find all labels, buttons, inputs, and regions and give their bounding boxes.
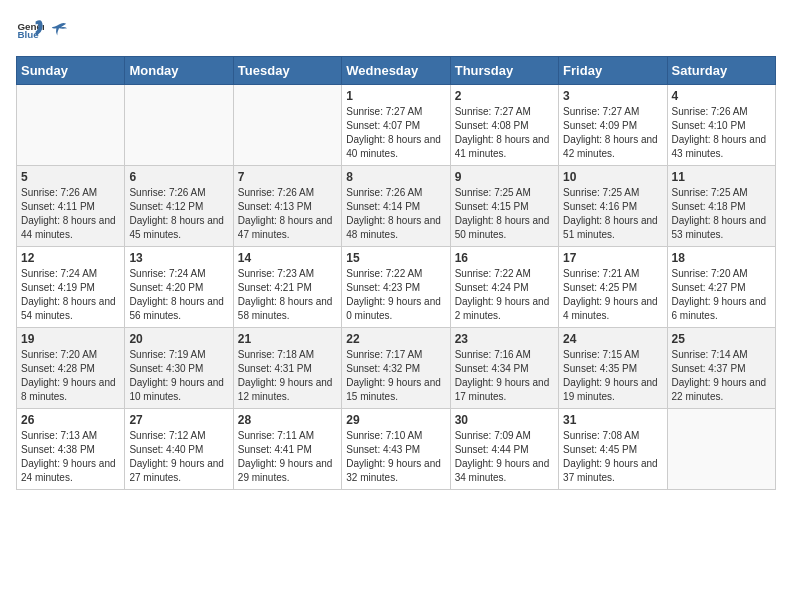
calendar-cell: 22Sunrise: 7:17 AM Sunset: 4:32 PM Dayli… (342, 328, 450, 409)
day-info: Sunrise: 7:27 AM Sunset: 4:09 PM Dayligh… (563, 105, 662, 161)
calendar-cell (233, 85, 341, 166)
day-number: 1 (346, 89, 445, 103)
calendar-cell: 27Sunrise: 7:12 AM Sunset: 4:40 PM Dayli… (125, 409, 233, 490)
day-number: 20 (129, 332, 228, 346)
calendar-cell: 17Sunrise: 7:21 AM Sunset: 4:25 PM Dayli… (559, 247, 667, 328)
day-number: 4 (672, 89, 771, 103)
day-number: 14 (238, 251, 337, 265)
day-info: Sunrise: 7:11 AM Sunset: 4:41 PM Dayligh… (238, 429, 337, 485)
day-number: 27 (129, 413, 228, 427)
calendar-cell: 30Sunrise: 7:09 AM Sunset: 4:44 PM Dayli… (450, 409, 558, 490)
calendar-table: SundayMondayTuesdayWednesdayThursdayFrid… (16, 56, 776, 490)
calendar-cell: 12Sunrise: 7:24 AM Sunset: 4:19 PM Dayli… (17, 247, 125, 328)
svg-text:Blue: Blue (17, 29, 39, 40)
calendar-cell: 10Sunrise: 7:25 AM Sunset: 4:16 PM Dayli… (559, 166, 667, 247)
day-info: Sunrise: 7:20 AM Sunset: 4:27 PM Dayligh… (672, 267, 771, 323)
calendar-cell: 9Sunrise: 7:25 AM Sunset: 4:15 PM Daylig… (450, 166, 558, 247)
calendar-cell: 26Sunrise: 7:13 AM Sunset: 4:38 PM Dayli… (17, 409, 125, 490)
calendar-week-row: 1Sunrise: 7:27 AM Sunset: 4:07 PM Daylig… (17, 85, 776, 166)
logo-bird-icon (50, 21, 68, 39)
day-info: Sunrise: 7:25 AM Sunset: 4:18 PM Dayligh… (672, 186, 771, 242)
calendar-cell: 11Sunrise: 7:25 AM Sunset: 4:18 PM Dayli… (667, 166, 775, 247)
calendar-cell: 31Sunrise: 7:08 AM Sunset: 4:45 PM Dayli… (559, 409, 667, 490)
calendar-cell: 29Sunrise: 7:10 AM Sunset: 4:43 PM Dayli… (342, 409, 450, 490)
day-number: 5 (21, 170, 120, 184)
day-info: Sunrise: 7:26 AM Sunset: 4:13 PM Dayligh… (238, 186, 337, 242)
day-info: Sunrise: 7:26 AM Sunset: 4:14 PM Dayligh… (346, 186, 445, 242)
day-number: 22 (346, 332, 445, 346)
day-number: 8 (346, 170, 445, 184)
day-info: Sunrise: 7:15 AM Sunset: 4:35 PM Dayligh… (563, 348, 662, 404)
day-info: Sunrise: 7:17 AM Sunset: 4:32 PM Dayligh… (346, 348, 445, 404)
day-info: Sunrise: 7:16 AM Sunset: 4:34 PM Dayligh… (455, 348, 554, 404)
day-info: Sunrise: 7:14 AM Sunset: 4:37 PM Dayligh… (672, 348, 771, 404)
weekday-header-saturday: Saturday (667, 57, 775, 85)
day-number: 13 (129, 251, 228, 265)
calendar-cell: 21Sunrise: 7:18 AM Sunset: 4:31 PM Dayli… (233, 328, 341, 409)
calendar-cell: 16Sunrise: 7:22 AM Sunset: 4:24 PM Dayli… (450, 247, 558, 328)
day-info: Sunrise: 7:21 AM Sunset: 4:25 PM Dayligh… (563, 267, 662, 323)
day-info: Sunrise: 7:25 AM Sunset: 4:15 PM Dayligh… (455, 186, 554, 242)
day-number: 21 (238, 332, 337, 346)
day-info: Sunrise: 7:20 AM Sunset: 4:28 PM Dayligh… (21, 348, 120, 404)
calendar-week-row: 26Sunrise: 7:13 AM Sunset: 4:38 PM Dayli… (17, 409, 776, 490)
day-number: 9 (455, 170, 554, 184)
weekday-header-tuesday: Tuesday (233, 57, 341, 85)
weekday-header-monday: Monday (125, 57, 233, 85)
day-info: Sunrise: 7:18 AM Sunset: 4:31 PM Dayligh… (238, 348, 337, 404)
day-info: Sunrise: 7:25 AM Sunset: 4:16 PM Dayligh… (563, 186, 662, 242)
calendar-cell: 7Sunrise: 7:26 AM Sunset: 4:13 PM Daylig… (233, 166, 341, 247)
calendar-cell: 5Sunrise: 7:26 AM Sunset: 4:11 PM Daylig… (17, 166, 125, 247)
calendar-week-row: 19Sunrise: 7:20 AM Sunset: 4:28 PM Dayli… (17, 328, 776, 409)
day-number: 2 (455, 89, 554, 103)
calendar-cell: 23Sunrise: 7:16 AM Sunset: 4:34 PM Dayli… (450, 328, 558, 409)
calendar-cell: 25Sunrise: 7:14 AM Sunset: 4:37 PM Dayli… (667, 328, 775, 409)
day-info: Sunrise: 7:08 AM Sunset: 4:45 PM Dayligh… (563, 429, 662, 485)
day-info: Sunrise: 7:26 AM Sunset: 4:10 PM Dayligh… (672, 105, 771, 161)
day-info: Sunrise: 7:22 AM Sunset: 4:23 PM Dayligh… (346, 267, 445, 323)
calendar-cell: 28Sunrise: 7:11 AM Sunset: 4:41 PM Dayli… (233, 409, 341, 490)
day-info: Sunrise: 7:27 AM Sunset: 4:08 PM Dayligh… (455, 105, 554, 161)
day-number: 19 (21, 332, 120, 346)
day-number: 16 (455, 251, 554, 265)
calendar-cell: 2Sunrise: 7:27 AM Sunset: 4:08 PM Daylig… (450, 85, 558, 166)
weekday-header-thursday: Thursday (450, 57, 558, 85)
logo: General Blue (16, 16, 70, 44)
day-number: 26 (21, 413, 120, 427)
day-info: Sunrise: 7:10 AM Sunset: 4:43 PM Dayligh… (346, 429, 445, 485)
day-number: 6 (129, 170, 228, 184)
calendar-week-row: 5Sunrise: 7:26 AM Sunset: 4:11 PM Daylig… (17, 166, 776, 247)
calendar-cell: 18Sunrise: 7:20 AM Sunset: 4:27 PM Dayli… (667, 247, 775, 328)
day-info: Sunrise: 7:24 AM Sunset: 4:19 PM Dayligh… (21, 267, 120, 323)
day-number: 7 (238, 170, 337, 184)
day-number: 10 (563, 170, 662, 184)
day-number: 11 (672, 170, 771, 184)
calendar-cell: 24Sunrise: 7:15 AM Sunset: 4:35 PM Dayli… (559, 328, 667, 409)
day-number: 15 (346, 251, 445, 265)
day-info: Sunrise: 7:26 AM Sunset: 4:11 PM Dayligh… (21, 186, 120, 242)
calendar-cell (667, 409, 775, 490)
day-info: Sunrise: 7:23 AM Sunset: 4:21 PM Dayligh… (238, 267, 337, 323)
day-number: 3 (563, 89, 662, 103)
day-number: 17 (563, 251, 662, 265)
day-info: Sunrise: 7:09 AM Sunset: 4:44 PM Dayligh… (455, 429, 554, 485)
day-number: 12 (21, 251, 120, 265)
day-number: 23 (455, 332, 554, 346)
day-number: 30 (455, 413, 554, 427)
calendar-cell: 14Sunrise: 7:23 AM Sunset: 4:21 PM Dayli… (233, 247, 341, 328)
calendar-cell: 8Sunrise: 7:26 AM Sunset: 4:14 PM Daylig… (342, 166, 450, 247)
calendar-cell: 1Sunrise: 7:27 AM Sunset: 4:07 PM Daylig… (342, 85, 450, 166)
weekday-header-wednesday: Wednesday (342, 57, 450, 85)
calendar-cell: 19Sunrise: 7:20 AM Sunset: 4:28 PM Dayli… (17, 328, 125, 409)
weekday-header-sunday: Sunday (17, 57, 125, 85)
day-info: Sunrise: 7:27 AM Sunset: 4:07 PM Dayligh… (346, 105, 445, 161)
calendar-cell: 4Sunrise: 7:26 AM Sunset: 4:10 PM Daylig… (667, 85, 775, 166)
day-number: 24 (563, 332, 662, 346)
day-info: Sunrise: 7:12 AM Sunset: 4:40 PM Dayligh… (129, 429, 228, 485)
header: General Blue (16, 16, 776, 44)
day-info: Sunrise: 7:13 AM Sunset: 4:38 PM Dayligh… (21, 429, 120, 485)
day-info: Sunrise: 7:24 AM Sunset: 4:20 PM Dayligh… (129, 267, 228, 323)
calendar-cell (17, 85, 125, 166)
day-number: 31 (563, 413, 662, 427)
calendar-cell: 15Sunrise: 7:22 AM Sunset: 4:23 PM Dayli… (342, 247, 450, 328)
